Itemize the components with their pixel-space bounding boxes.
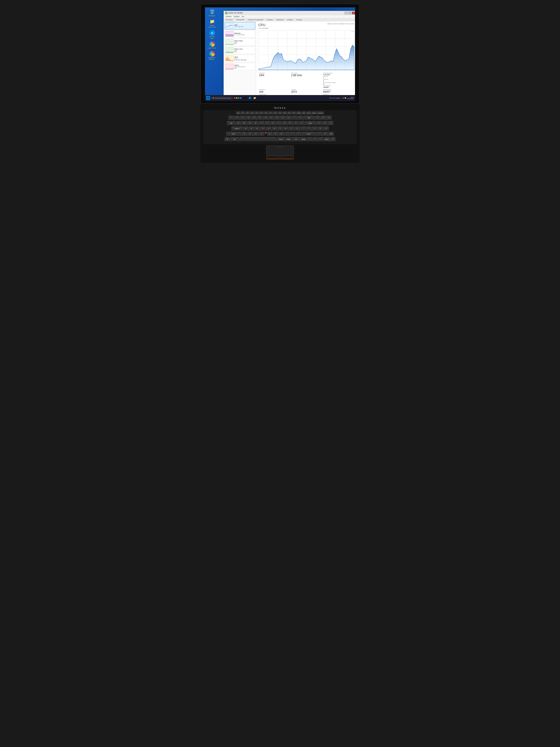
key-f1[interactable]: F1 bbox=[241, 111, 245, 115]
key-ctrl[interactable]: Ctrl bbox=[292, 137, 300, 142]
key-r[interactable]: R bbox=[253, 121, 258, 126]
key-c[interactable]: C bbox=[254, 132, 259, 137]
key-q[interactable]: Q bbox=[236, 121, 241, 126]
key-f5[interactable]: F5 bbox=[260, 111, 264, 115]
key-u[interactable]: U bbox=[270, 121, 275, 126]
key-capslock[interactable]: CapsLk bbox=[232, 127, 243, 131]
key-tab[interactable]: Tab bbox=[227, 121, 235, 126]
close-button[interactable]: ✕ bbox=[352, 11, 355, 15]
trackpoint-button[interactable] bbox=[265, 132, 267, 134]
key-backslash[interactable]: \ bbox=[306, 127, 312, 131]
key-alt[interactable]: Alt bbox=[230, 137, 239, 142]
key-minus[interactable]: - bbox=[292, 116, 297, 121]
key-7[interactable]: 7 bbox=[269, 116, 274, 121]
key-delete[interactable]: Delete bbox=[312, 111, 317, 115]
taskbar-search[interactable]: 🔍 Escreva aqui para procurar bbox=[211, 97, 233, 100]
trackpad[interactable] bbox=[266, 145, 294, 155]
tab-servicos[interactable]: Serviços bbox=[295, 18, 304, 21]
menu-ver[interactable]: Ver bbox=[241, 16, 245, 18]
menu-opcoes[interactable]: Opções bbox=[233, 16, 241, 18]
tab-desempenho[interactable]: Desempenho bbox=[234, 18, 246, 21]
desktop-icon-edge[interactable]: e MicrosoftEdge bbox=[207, 30, 218, 39]
key-altgr[interactable]: Alt Gr bbox=[277, 137, 285, 142]
key-lbracket[interactable]: [ bbox=[293, 121, 298, 126]
key-lshift[interactable]: Shift ↑ bbox=[226, 132, 241, 137]
key-3[interactable]: 3 bbox=[246, 116, 251, 121]
key-equals[interactable]: = bbox=[297, 116, 302, 121]
key-enter[interactable]: Enter bbox=[305, 121, 316, 126]
key-num7[interactable]: 7 bbox=[315, 116, 320, 121]
key-insert[interactable]: Insert bbox=[306, 111, 311, 115]
key-0[interactable]: 0 bbox=[286, 116, 291, 121]
minimize-button[interactable]: ─ bbox=[344, 11, 348, 15]
key-slash[interactable]: / bbox=[296, 132, 301, 137]
key-e[interactable]: E bbox=[247, 121, 252, 126]
key-rbracket[interactable]: ] bbox=[299, 121, 304, 126]
key-down[interactable]: ↓ bbox=[313, 137, 318, 142]
perf-item-disco1[interactable]: Disco 1 (C:) SSD 5% bbox=[224, 47, 255, 54]
perf-item-gpu[interactable]: GPU 0 NVIDIA GeForce G... 0% bbox=[224, 63, 255, 70]
key-l[interactable]: L bbox=[289, 127, 294, 131]
key-up[interactable]: ↑ bbox=[317, 132, 322, 137]
key-f11[interactable]: F11 bbox=[287, 111, 291, 115]
desktop-icon-chrome[interactable]: Google Chrome bbox=[207, 41, 218, 49]
key-d[interactable]: D bbox=[255, 127, 260, 131]
key-rshift[interactable]: Shift ↑ bbox=[302, 132, 317, 137]
key-f2[interactable]: F2 bbox=[245, 111, 250, 115]
key-2[interactable]: 2 bbox=[240, 116, 245, 121]
tab-historico[interactable]: Histórico de aplicações bbox=[246, 18, 265, 21]
key-backspace[interactable]: ⌫ bbox=[303, 116, 314, 121]
menu-ficheiro[interactable]: Ficheiro bbox=[224, 16, 233, 18]
key-m[interactable]: M bbox=[279, 132, 284, 137]
key-4[interactable]: 4 bbox=[251, 116, 257, 121]
key-num5[interactable]: 5 bbox=[322, 121, 327, 126]
key-end-num[interactable]: End bbox=[328, 132, 334, 137]
key-num1[interactable]: 1 bbox=[312, 127, 317, 131]
key-comma[interactable]: , bbox=[285, 132, 290, 137]
taskbar-icon-4[interactable]: 🛡 bbox=[258, 96, 262, 100]
key-p[interactable]: P bbox=[288, 121, 293, 126]
key-f7[interactable]: F7 bbox=[269, 111, 273, 115]
key-num2[interactable]: 2 bbox=[318, 127, 323, 131]
tab-utilizadores[interactable]: Utilizadores bbox=[274, 18, 286, 21]
key-j[interactable]: J bbox=[277, 127, 283, 131]
perf-item-memoria[interactable]: Memória 2,7/7,8 GB (35%) bbox=[224, 30, 255, 37]
key-h[interactable]: H bbox=[272, 127, 277, 131]
key-6[interactable]: 6 bbox=[263, 116, 268, 121]
key-space[interactable] bbox=[239, 137, 276, 142]
key-right[interactable]: → bbox=[318, 137, 323, 142]
key-esc[interactable]: Esc bbox=[236, 111, 240, 115]
key-num8[interactable]: 8 bbox=[321, 116, 326, 121]
key-numlock[interactable]: NumLock bbox=[317, 111, 324, 115]
key-t[interactable]: T bbox=[259, 121, 264, 126]
key-f12[interactable]: F12 bbox=[292, 111, 296, 115]
key-num4[interactable]: 4 bbox=[317, 121, 322, 126]
key-g[interactable]: G bbox=[266, 127, 271, 131]
maximize-button[interactable]: □ bbox=[348, 11, 351, 15]
desktop-icon-diagnostico[interactable]: DiagnosticoHardware... bbox=[207, 51, 218, 60]
key-f4[interactable]: F4 bbox=[255, 111, 259, 115]
key-f10[interactable]: F10 bbox=[283, 111, 287, 115]
desktop-icon-drivers[interactable]: 📁 DriversLenovo E530 bbox=[207, 19, 218, 28]
key-num6[interactable]: 6 bbox=[328, 121, 333, 126]
start-button[interactable]: ⊞ bbox=[206, 96, 210, 100]
desktop-icon-recycle[interactable]: 🗑️ Reciclagem bbox=[207, 9, 218, 17]
key-8[interactable]: 8 bbox=[274, 116, 279, 121]
key-backtick[interactable]: ~ bbox=[229, 116, 234, 121]
key-f9[interactable]: F9 bbox=[278, 111, 282, 115]
key-num0[interactable]: 0 bbox=[323, 132, 328, 137]
key-f3[interactable]: F3 bbox=[250, 111, 254, 115]
key-z[interactable]: Z bbox=[242, 132, 247, 137]
key-semicolon[interactable]: Ç bbox=[295, 127, 300, 131]
taskbar-icon-1[interactable]: ⊞ bbox=[243, 96, 247, 100]
key-pgup[interactable]: PgUp bbox=[301, 137, 306, 142]
perf-item-disco0[interactable]: Disco 0 (D:) HDD 0% bbox=[224, 38, 255, 46]
key-prtsc[interactable]: PrtSc bbox=[286, 137, 291, 142]
key-num0-main[interactable]: 0 bbox=[330, 137, 336, 142]
taskbar-icon-3[interactable]: 📁 bbox=[252, 96, 257, 100]
key-f[interactable]: F bbox=[260, 127, 266, 131]
key-a[interactable]: A bbox=[243, 127, 248, 131]
key-5[interactable]: 5 bbox=[257, 116, 262, 121]
key-f6[interactable]: F6 bbox=[264, 111, 268, 115]
taskbar-icon-2[interactable]: 🔵 bbox=[248, 96, 252, 100]
